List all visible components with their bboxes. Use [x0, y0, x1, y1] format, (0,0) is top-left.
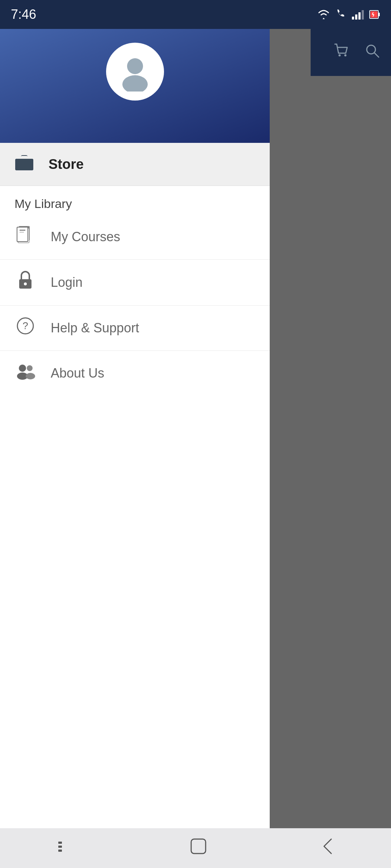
svg-rect-3 — [362, 10, 364, 20]
svg-point-10 — [339, 54, 341, 56]
wifi-icon — [317, 9, 330, 20]
login-menu-item[interactable]: Login — [0, 260, 270, 306]
svg-rect-24 — [20, 230, 25, 231]
group-icon — [14, 362, 36, 385]
svg-point-30 — [19, 365, 26, 372]
back-nav-button[interactable] — [321, 837, 334, 859]
svg-point-27 — [24, 282, 27, 285]
avatar-icon — [115, 52, 155, 92]
bottom-nav — [0, 828, 391, 868]
svg-rect-17 — [15, 159, 33, 170]
my-courses-label: My Courses — [51, 229, 120, 244]
my-library-section-label: My Library — [0, 186, 270, 214]
svg-text:?: ? — [22, 320, 28, 331]
svg-point-15 — [122, 75, 148, 92]
call-icon — [335, 9, 347, 20]
status-time: 7:46 — [11, 7, 36, 22]
status-bar: 7:46 — [0, 0, 391, 29]
overlay — [270, 29, 391, 828]
status-icons — [317, 9, 380, 20]
svg-rect-25 — [20, 232, 24, 233]
store-menu-item[interactable]: Store — [0, 143, 270, 186]
svg-rect-37 — [191, 839, 206, 854]
signal-icon — [352, 9, 364, 20]
drawer: Store My Library My Courses — [0, 0, 270, 868]
svg-rect-34 — [58, 842, 62, 844]
cart-icon[interactable] — [333, 42, 350, 63]
svg-point-14 — [127, 58, 143, 74]
avatar — [106, 43, 164, 101]
about-us-menu-item[interactable]: About Us — [0, 351, 270, 396]
help-support-menu-item[interactable]: ? Help & Support — [0, 306, 270, 351]
svg-point-32 — [27, 365, 33, 371]
lock-icon — [14, 271, 36, 294]
about-us-label: About Us — [51, 366, 104, 381]
svg-rect-35 — [58, 846, 62, 848]
svg-point-33 — [26, 373, 35, 379]
home-nav-button[interactable] — [189, 837, 207, 859]
svg-rect-36 — [58, 850, 62, 852]
menu-nav-button[interactable] — [57, 838, 76, 858]
svg-rect-2 — [358, 12, 361, 20]
store-label: Store — [49, 157, 84, 172]
svg-rect-0 — [352, 17, 354, 20]
header-bar — [311, 29, 391, 76]
briefcase-icon — [14, 153, 34, 175]
help-support-label: Help & Support — [51, 320, 139, 336]
battery-icon — [369, 9, 380, 20]
courses-icon — [14, 225, 36, 248]
search-icon[interactable] — [364, 43, 380, 63]
svg-rect-23 — [17, 227, 28, 242]
login-label: Login — [51, 275, 83, 290]
my-courses-menu-item[interactable]: My Courses — [0, 214, 270, 260]
svg-rect-5 — [378, 13, 380, 16]
svg-point-11 — [344, 54, 346, 56]
svg-line-13 — [374, 53, 379, 57]
svg-rect-1 — [355, 14, 357, 20]
question-icon: ? — [14, 316, 36, 340]
